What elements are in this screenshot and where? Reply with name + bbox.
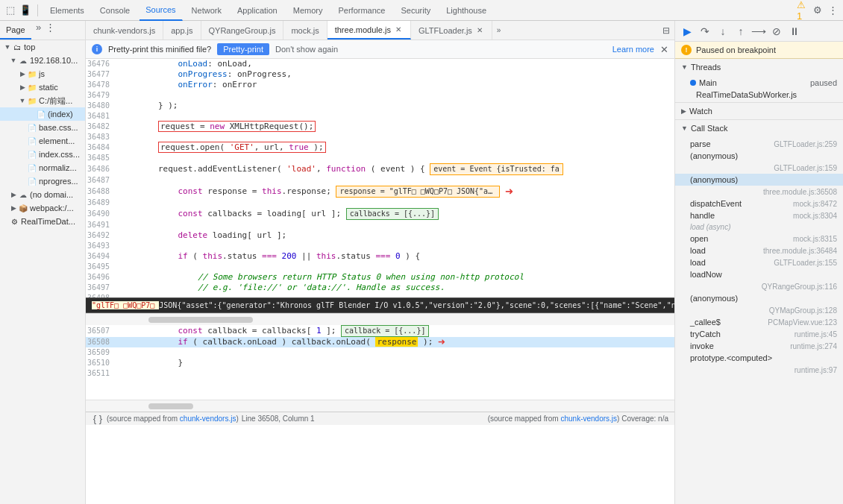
tree-item-top[interactable]: ▼ 🗂 top — [0, 40, 85, 54]
code-editor-bottom[interactable]: 36507 const callback = callbacks[ 1 ]; c… — [86, 325, 674, 400]
close-tab-gltf[interactable]: ✕ — [475, 26, 484, 35]
tree-item-index[interactable]: 📄 (index) — [0, 107, 85, 121]
threads-label: Threads — [691, 63, 721, 72]
thread-main[interactable]: Main paused — [675, 77, 843, 89]
hscroll-bar[interactable] — [148, 317, 253, 323]
step-btn[interactable]: ⟶ — [751, 24, 766, 39]
tree-item-frontend[interactable]: ▼ 📁 C:/前端... — [0, 94, 85, 107]
tab-performance[interactable]: Performance — [332, 0, 392, 20]
pretty-print-text: Pretty-print this minified file? — [108, 45, 211, 54]
tree-item-nprogres[interactable]: 📄 nprogres... — [0, 174, 85, 188]
cs-item-open[interactable]: open mock.js:8315 — [675, 233, 843, 245]
code-line-36482: 36482 request = new XMLHttpRequest(); — [86, 122, 674, 132]
tab-console[interactable]: Console — [94, 0, 137, 20]
tab-end-btn[interactable]: ⊟ — [658, 25, 674, 36]
thread-label-main: Main — [699, 78, 717, 87]
call-stack-header[interactable]: ▼ Call Stack — [675, 120, 843, 136]
dock-icon[interactable]: ⬚ — [4, 4, 16, 16]
tree-label-element: element... — [39, 136, 75, 145]
tree-item-webpack[interactable]: ▶ 📦 webpack:/... — [0, 201, 85, 215]
more-icon[interactable]: ⋮ — [827, 4, 839, 16]
code-editor-top[interactable]: 36476 onLoad: onLoad, 36477 onProgress: … — [86, 59, 674, 297]
close-tab-three[interactable]: ✕ — [394, 25, 403, 34]
tree-item-indexcss[interactable]: 📄 index.css... — [0, 148, 85, 161]
cs-item-qyrange116[interactable]: QYRangeGroup.js:116 — [675, 280, 843, 292]
code-line-36484: 36484 request.open( 'GET', url, true ); — [86, 142, 674, 153]
breakpoint-warning-icon: ! — [681, 45, 692, 55]
threads-header[interactable]: ▼ Threads — [675, 59, 843, 75]
deactivate-btn[interactable]: ⊘ — [769, 24, 784, 39]
tree-label-nprogres: nprogres... — [39, 177, 78, 186]
pause-exceptions-btn[interactable]: ⏸ — [787, 24, 802, 39]
tree-item-js[interactable]: ▶ 📁 js — [0, 67, 85, 81]
learn-more-link[interactable]: Learn more — [612, 45, 654, 54]
tab-security[interactable]: Security — [395, 0, 437, 20]
cs-item-anon2[interactable]: (anonymous) — [675, 174, 843, 186]
tab-page[interactable]: Page — [0, 21, 31, 40]
settings-icon[interactable]: ⚙ — [812, 4, 824, 16]
close-prettyprint-bar[interactable]: ✕ — [660, 44, 668, 55]
resume-btn[interactable]: ▶ — [680, 24, 695, 39]
tree-label-static: static — [39, 83, 58, 92]
editor-tab-chunk-vendors[interactable]: chunk-vendors.js — [86, 21, 163, 40]
tab-network[interactable]: Network — [186, 0, 228, 20]
cs-item-invoke[interactable]: invoke runtime.js:274 — [675, 340, 843, 352]
editor-tab-three[interactable]: three.module.js ✕ — [328, 21, 411, 40]
tree-item-element[interactable]: 📄 element... — [0, 134, 85, 148]
cs-item-load-three[interactable]: load three.module.js:36484 — [675, 245, 843, 256]
pretty-print-button[interactable]: Pretty-print — [217, 43, 269, 55]
call-stack-content: parse GLTFLoader.js:259 (anonymous) GLTF… — [675, 136, 843, 377]
warning-count[interactable]: ⚠ 1 — [797, 4, 809, 16]
tree-item-192[interactable]: ▼ ☁ 192.168.10... — [0, 54, 85, 67]
cs-item-callee[interactable]: _callee$ PCMapView.vue:123 — [675, 316, 843, 328]
tree-item-nodomain[interactable]: ▶ ☁ (no domai... — [0, 188, 85, 201]
cs-item-three36508[interactable]: three.module.js:36508 — [675, 186, 843, 198]
tab-elements[interactable]: Elements — [44, 0, 91, 20]
hscroll-area[interactable] — [86, 313, 674, 325]
tree-item-normaliz[interactable]: 📄 normaliz... — [0, 161, 85, 174]
mobile-icon[interactable]: 📱 — [19, 4, 31, 16]
cs-item-anon3[interactable]: (anonymous) — [675, 292, 843, 304]
step-out-btn[interactable]: ↑ — [733, 24, 748, 39]
code-line-36507: 36507 const callback = callbacks[ 1 ]; c… — [86, 325, 674, 337]
editor-tab-mock[interactable]: mock.js — [283, 21, 327, 40]
watch-header[interactable]: ▶ Watch — [675, 103, 843, 119]
dont-show-link[interactable]: Don't show again — [275, 45, 338, 54]
cs-item-parse[interactable]: parse GLTFLoader.js:259 — [675, 138, 843, 150]
tree-label-192: 192.168.10... — [30, 56, 78, 65]
cs-item-trycatch[interactable]: tryCatch runtime.js:45 — [675, 328, 843, 340]
worker-icon: ⚙ — [9, 216, 19, 227]
tab-overflow-btn[interactable]: » — [492, 26, 506, 34]
step-over-btn[interactable]: ↷ — [698, 24, 712, 39]
tab-lighthouse[interactable]: Lighthouse — [440, 0, 493, 20]
pretty-print-bar: i Pretty-print this minified file? Prett… — [86, 40, 674, 59]
tree-item-base[interactable]: 📄 base.css... — [0, 121, 85, 134]
thread-realtime[interactable]: RealTimeDataSubWorker.js — [675, 89, 843, 101]
cs-item-qymap128[interactable]: QYMapGroup.js:128 — [675, 304, 843, 316]
cs-item-gltf159[interactable]: GLTFLoader.js:159 — [675, 162, 843, 174]
sidebar-more-icon[interactable]: » — [33, 21, 45, 33]
folder-icon-static: 📁 — [27, 82, 37, 92]
step-into-btn[interactable]: ↓ — [715, 24, 730, 39]
sidebar-menu-icon[interactable]: ⋮ — [45, 21, 57, 33]
cs-item-anon1[interactable]: (anonymous) — [675, 150, 843, 162]
editor-tab-label-mock: mock.js — [291, 26, 319, 35]
tree-item-static[interactable]: ▶ 📁 static — [0, 81, 85, 94]
cs-item-proto[interactable]: prototype.<computed> — [675, 352, 843, 364]
editor-tab-gltf[interactable]: GLTFLoader.js ✕ — [411, 21, 492, 40]
hscroll-area-2[interactable] — [86, 400, 674, 412]
cs-item-load-gltf[interactable]: load GLTFLoader.js:155 — [675, 256, 843, 268]
tab-sources[interactable]: Sources — [140, 0, 182, 21]
cs-item-dispatch[interactable]: dispatchEvent mock.js:8472 — [675, 198, 843, 210]
editor-tab-label-three: three.module.js — [335, 25, 391, 34]
info-icon: i — [92, 44, 102, 54]
tree-item-realtime[interactable]: ⚙ RealTimeDat... — [0, 215, 85, 228]
editor-tab-app[interactable]: app.js — [163, 21, 201, 40]
editor-tab-qyrange[interactable]: QYRangeGroup.js — [201, 21, 284, 40]
hscroll-bar-2[interactable] — [148, 403, 193, 409]
cs-item-loadnow[interactable]: loadNow — [675, 268, 843, 280]
cs-item-runtime97[interactable]: runtime.js:97 — [675, 364, 843, 376]
tab-memory[interactable]: Memory — [287, 0, 330, 20]
tab-application[interactable]: Application — [231, 0, 284, 20]
cs-item-handle[interactable]: handle mock.js:8304 — [675, 210, 843, 221]
